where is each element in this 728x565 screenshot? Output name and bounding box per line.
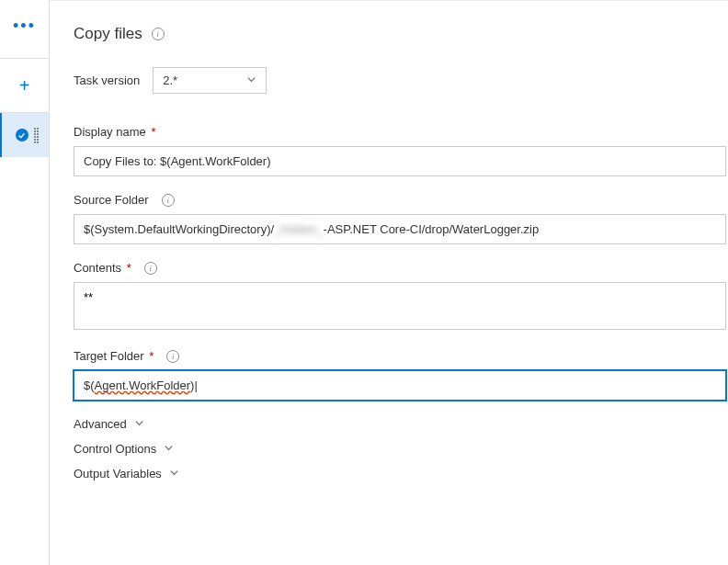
section-advanced-label: Advanced (74, 417, 127, 431)
field-display-name: Display name * (74, 125, 724, 176)
section-advanced[interactable]: Advanced (74, 417, 724, 431)
section-output-variables-label: Output Variables (74, 467, 162, 480)
source-folder-input[interactable]: $(System.DefaultWorkingDirectory)/_hidde… (74, 214, 726, 244)
source-folder-value-prefix: $(System.DefaultWorkingDirectory)/ (84, 222, 274, 236)
info-icon[interactable]: i (144, 262, 157, 275)
source-folder-label-row: Source Folder i (74, 193, 724, 207)
main-panel: Copy files i Task version 2.* Display na… (50, 0, 728, 565)
sidebar-add-wrap: + (0, 58, 49, 113)
sidebar: ••• + (0, 0, 50, 565)
info-icon[interactable]: i (166, 350, 179, 363)
display-name-label-row: Display name * (74, 125, 724, 139)
chevron-down-icon (164, 442, 174, 456)
target-folder-input[interactable]: $(Agent.WorkFolder)| (74, 370, 726, 401)
required-mark: * (148, 125, 156, 139)
check-circle-icon (16, 129, 28, 141)
task-version-select[interactable]: 2.* (153, 67, 267, 94)
contents-label: Contents (74, 261, 121, 275)
field-contents: Contents * i (74, 261, 724, 333)
section-control-options-label: Control Options (74, 442, 156, 456)
task-version-row: Task version 2.* (74, 67, 724, 94)
task-item-copy-files[interactable] (0, 113, 49, 157)
chevron-down-icon (134, 417, 144, 431)
required-mark: * (146, 349, 154, 363)
source-folder-label: Source Folder (74, 193, 149, 207)
target-folder-underline: Agent.WorkFolder (95, 379, 191, 392)
source-folder-value-hidden: _hidden_ (274, 222, 324, 236)
title-row: Copy files i (74, 25, 724, 43)
drag-handle-icon[interactable] (34, 128, 36, 143)
field-source-folder: Source Folder i $(System.DefaultWorkingD… (74, 193, 724, 244)
page-title: Copy files (74, 25, 142, 43)
info-icon[interactable]: i (152, 28, 165, 40)
add-task-button[interactable]: + (19, 75, 30, 96)
section-control-options[interactable]: Control Options (74, 442, 724, 456)
field-target-folder: Target Folder * i $(Agent.WorkFolder)| (74, 349, 724, 401)
chevron-down-icon (169, 467, 179, 480)
more-actions-icon[interactable]: ••• (13, 17, 36, 36)
target-folder-label-row: Target Folder * i (74, 349, 724, 363)
contents-textarea[interactable] (74, 282, 726, 330)
contents-label-row: Contents * i (74, 261, 724, 275)
source-folder-value-suffix: -ASP.NET Core-CI/drop/WaterLogger.zip (324, 222, 540, 236)
display-name-input[interactable] (74, 146, 726, 176)
required-mark: * (123, 261, 131, 275)
info-icon[interactable]: i (162, 194, 175, 207)
task-version-value: 2.* (163, 73, 177, 87)
target-folder-label: Target Folder (74, 349, 144, 363)
chevron-down-icon (246, 73, 256, 87)
task-version-label: Task version (74, 73, 140, 87)
display-name-label: Display name (74, 125, 146, 139)
section-output-variables[interactable]: Output Variables (74, 467, 724, 480)
